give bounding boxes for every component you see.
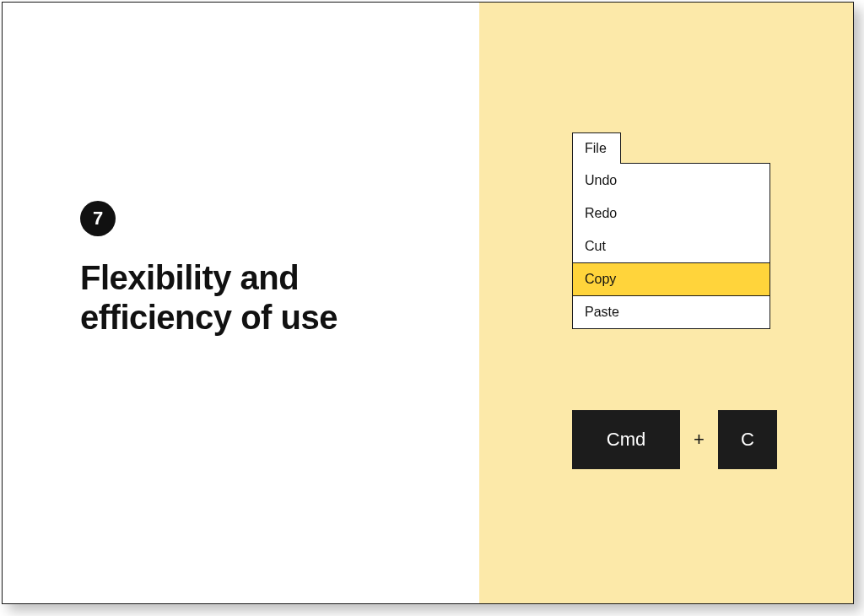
dropdown-menu: File Undo Redo Cut Copy Paste: [572, 132, 770, 329]
key-c: C: [718, 410, 777, 469]
keyboard-shortcut: Cmd + C: [572, 410, 777, 469]
menu-item-undo[interactable]: Undo: [573, 164, 770, 197]
illustration-panel: File Undo Redo Cut Copy Paste Cmd + C: [479, 3, 853, 603]
key-cmd: Cmd: [572, 410, 680, 469]
menu-panel: Undo Redo Cut Copy Paste: [572, 163, 770, 329]
plus-icon: +: [694, 429, 705, 451]
menu-item-copy[interactable]: Copy: [573, 262, 770, 296]
number-badge: 7: [80, 201, 116, 236]
left-panel: 7 Flexibility and efficiency of use: [3, 3, 479, 603]
heuristic-title: Flexibility and efficiency of use: [80, 258, 446, 338]
title-line-2: efficiency of use: [80, 299, 338, 336]
heuristic-card: 7 Flexibility and efficiency of use File…: [2, 2, 854, 604]
menu-tab-file[interactable]: File: [572, 132, 621, 164]
menu-item-cut[interactable]: Cut: [573, 230, 770, 262]
menu-item-paste[interactable]: Paste: [573, 295, 770, 328]
title-line-1: Flexibility and: [80, 259, 299, 296]
menu-item-redo[interactable]: Redo: [573, 197, 770, 230]
